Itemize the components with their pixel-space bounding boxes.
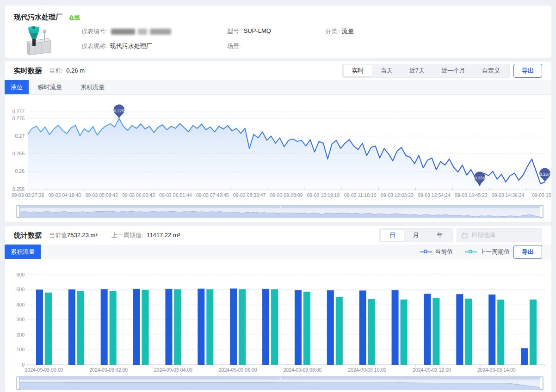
svg-text:2024-09-03 06:00: 2024-09-03 06:00 [219, 367, 257, 373]
svg-text:2024-09-03 10:00: 2024-09-03 10:00 [348, 367, 386, 373]
cumulative-flow-bar-chart: 01002003004005006002024-09-03 00:002024-… [5, 259, 551, 376]
svg-text:100: 100 [16, 347, 25, 352]
range-tab-today[interactable]: 当天 [372, 65, 401, 76]
period-tab-month[interactable]: 月 [404, 230, 428, 241]
legend-current-label: 当前值 [435, 248, 453, 256]
bar-chart-datazoom-slider[interactable] [16, 376, 544, 390]
period-tab-day[interactable]: 日 [381, 230, 404, 241]
svg-text:2024-09-03 00:00: 2024-09-03 00:00 [25, 367, 63, 373]
svg-text:09-03 03:27:39: 09-03 03:27:39 [12, 192, 44, 198]
svg-text:0.255: 0.255 [12, 186, 25, 192]
legend-previous-icon [465, 250, 477, 254]
legend-previous-label: 上一周期值 [480, 248, 510, 256]
svg-text:09-03 11:10:10: 09-03 11:10:10 [344, 192, 377, 198]
stats-tab-cumulative-flow[interactable]: 累积流量 [5, 245, 41, 259]
current-value: 0.26 m [66, 67, 85, 74]
svg-text:0: 0 [22, 362, 25, 368]
svg-text:0.256: 0.256 [475, 176, 485, 180]
svg-text:0.26: 0.26 [15, 168, 25, 174]
nickname-label: 仪表昵称: [81, 42, 107, 50]
svg-text:09-03 06:51:44: 09-03 06:51:44 [159, 192, 192, 198]
datazoom-right-handle[interactable] [540, 205, 543, 218]
metric-tab-cumulative-flow[interactable]: 累积流量 [71, 80, 114, 94]
meter-no-label: 仪表编号: [81, 27, 107, 36]
category-label: 分类: [325, 27, 339, 36]
svg-text:200: 200 [16, 332, 25, 337]
svg-text:0.277: 0.277 [12, 109, 25, 114]
device-name: 现代污水处理厂 [14, 13, 62, 22]
metric-tab-level[interactable]: 液位 [5, 80, 29, 94]
svg-text:2024-09-03 02:00: 2024-09-03 02:00 [89, 367, 128, 373]
svg-text:0.275: 0.275 [114, 109, 124, 113]
statistics-panel: 统计数据 当前值7532.23 m³ 上一周期值: 11417.22 m³ 日 … [5, 226, 551, 392]
svg-text:09-03 04:18:40: 09-03 04:18:40 [49, 192, 81, 198]
metric-tab-instant-flow[interactable]: 瞬时流量 [29, 80, 71, 94]
svg-text:0.27: 0.27 [15, 133, 25, 139]
svg-text:400: 400 [16, 302, 25, 307]
svg-text:09-03 08:33:47: 09-03 08:33:47 [233, 192, 266, 198]
legend-previous[interactable]: 上一周期值 [465, 248, 510, 256]
svg-text:09-03 12:03:23: 09-03 12:03:23 [381, 192, 414, 198]
svg-text:09-03 05:09:42: 09-03 05:09:42 [85, 192, 118, 198]
stats-current-label: 当前值 [49, 232, 67, 239]
period-tab-year[interactable]: 年 [428, 230, 451, 241]
svg-text:0.275: 0.275 [12, 116, 25, 121]
current-label: 当前: [49, 67, 63, 74]
period-segmented: 日 月 年 [379, 228, 453, 242]
scene-label: 场景: [227, 42, 241, 50]
model-value: SUP-LMQ [244, 27, 271, 36]
range-tab-month[interactable]: 近一个月 [433, 65, 474, 76]
range-tab-7days[interactable]: 近7天 [401, 65, 433, 76]
calendar-icon [462, 233, 468, 239]
datazoom-left-handle[interactable] [17, 205, 20, 218]
device-status-badge: 在线 [69, 14, 80, 22]
device-photo [16, 24, 54, 56]
range-tab-custom[interactable]: 自定义 [474, 65, 508, 76]
time-range-segmented: 实时 当天 近7天 近一个月 自定义 [342, 64, 510, 78]
meter-no-redacted [111, 29, 171, 35]
svg-text:09-03 12:54:24: 09-03 12:54:24 [418, 192, 451, 198]
svg-text:2024-09-03 14:00: 2024-09-03 14:00 [477, 367, 516, 373]
svg-text:500: 500 [16, 287, 25, 292]
category-value: 流量 [342, 27, 354, 36]
level-line-chart: 0.2550.260.2650.270.2750.27709-03 03:27:… [5, 95, 551, 204]
svg-text:2024-09-03 04:00: 2024-09-03 04:00 [154, 367, 192, 373]
stats-title: 统计数据 [14, 231, 42, 240]
svg-text:0.257: 0.257 [540, 172, 550, 177]
range-tab-realtime[interactable]: 实时 [344, 65, 372, 76]
svg-text:09-03 07:42:45: 09-03 07:42:45 [196, 192, 229, 198]
svg-text:600: 600 [16, 272, 25, 277]
date-picker-placeholder: 日期选择 [471, 231, 495, 239]
svg-text:09-03 09:28:09: 09-03 09:28:09 [270, 192, 303, 198]
svg-text:09-03 13:45:23: 09-03 13:45:23 [455, 192, 488, 198]
datazoom-right-handle[interactable] [540, 377, 543, 390]
line-chart-datazoom-slider[interactable] [16, 205, 544, 218]
date-picker-input[interactable]: 日期选择 [457, 228, 542, 242]
stats-prev-value: 11417.22 m³ [147, 232, 180, 239]
svg-text:09-03 10:19:10: 09-03 10:19:10 [307, 192, 340, 198]
model-label: 型号: [227, 27, 241, 36]
device-info-card: 现代污水处理厂 在线 仪表编号: [5, 6, 551, 58]
svg-text:09-03 06:00:43: 09-03 06:00:43 [122, 192, 155, 198]
svg-text:2024-09-03 08:00: 2024-09-03 08:00 [283, 367, 321, 373]
stats-prev-label: 上一周期值: [111, 232, 143, 239]
legend-current[interactable]: 当前值 [420, 248, 453, 256]
svg-text:09-03 14:36:24: 09-03 14:36:24 [492, 192, 525, 198]
nickname-value: 现代污水处理厂 [110, 42, 152, 50]
svg-text:2024-09-03 12:00: 2024-09-03 12:00 [413, 367, 451, 373]
legend-current-icon [420, 250, 432, 254]
export-stats-button[interactable]: 导出 [513, 245, 542, 259]
realtime-title: 实时数据 [14, 67, 42, 75]
svg-text:0.265: 0.265 [12, 151, 25, 156]
datazoom-left-handle[interactable] [17, 377, 20, 390]
svg-text:09-03 15:27: 09-03 15:27 [532, 192, 551, 198]
stats-current-value: 7532.23 m³ [67, 232, 98, 239]
realtime-data-panel: 实时数据 当前: 0.26 m 实时 当天 近7天 近一个月 自定义 导出 液位… [5, 61, 551, 222]
export-realtime-button[interactable]: 导出 [513, 64, 542, 78]
svg-text:300: 300 [16, 317, 25, 322]
